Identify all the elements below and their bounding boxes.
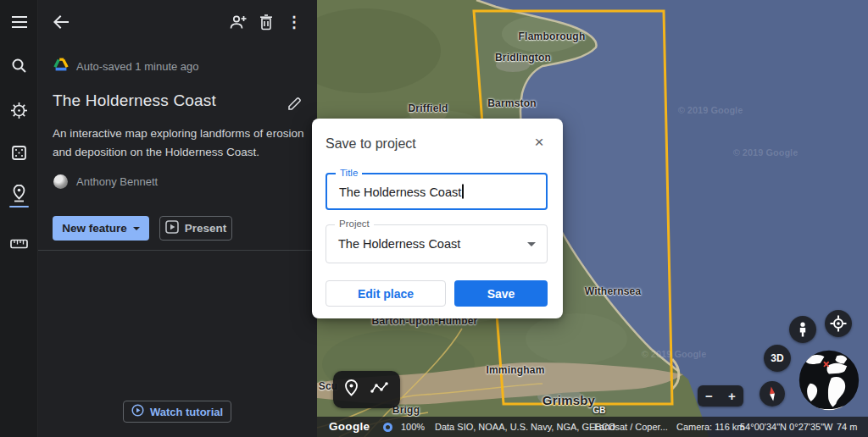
3d-label: 3D (771, 352, 783, 364)
project-panel: ⋮ Auto-saved 1 minute ago The Holderness… (38, 0, 317, 437)
terrain-elevation: 74 m (837, 417, 857, 437)
zoom-control: − + (698, 385, 743, 407)
author-row: Anthony Bennett (53, 174, 158, 189)
project-field-label: Project (335, 218, 374, 229)
globe-view-button[interactable] (798, 349, 860, 412)
title-field-value: The Holderness Coast (339, 185, 461, 199)
app-window: FlamboroughBridlingtonDriffieldBarmstonW… (0, 0, 868, 437)
dialog-title: Save to project (326, 136, 416, 152)
project-title: The Holderness Coast (53, 91, 216, 110)
share-add-person-icon[interactable] (228, 12, 248, 32)
my-location-icon[interactable] (825, 310, 852, 337)
projects-pin-icon[interactable] (0, 176, 38, 210)
draw-path-icon[interactable] (370, 381, 390, 398)
attribution-bar: Google 100% Data SIO, NOAA, U.S. Navy, N… (317, 417, 868, 437)
left-icon-rail (0, 0, 38, 437)
active-tab-indicator (9, 206, 29, 207)
measure-ruler-icon[interactable] (0, 227, 38, 261)
camera-altitude: Camera: 116 km (676, 417, 745, 437)
main-menu-button[interactable] (0, 5, 38, 39)
voyager-wheel-icon[interactable] (0, 93, 38, 127)
present-play-icon (165, 220, 179, 236)
close-icon[interactable]: × (529, 132, 549, 152)
back-arrow-button[interactable] (51, 12, 71, 32)
project-select[interactable]: Project The Holderness Coast (326, 224, 548, 263)
autosave-status-row: Auto-saved 1 minute ago (53, 58, 199, 75)
save-button[interactable]: Save (454, 280, 548, 307)
watch-tutorial-button[interactable]: Watch tutorial (123, 401, 231, 423)
panel-divider (38, 250, 317, 251)
placemark-pin-icon[interactable] (343, 379, 359, 401)
watch-tutorial-label: Watch tutorial (150, 406, 223, 418)
author-avatar (53, 174, 68, 189)
project-field-value: The Holderness Coast (338, 237, 460, 251)
pegman-button[interactable] (789, 316, 816, 343)
play-circle-icon (131, 404, 144, 419)
drive-icon (53, 58, 69, 75)
save-to-project-dialog: Save to project × Title The Holderness C… (312, 119, 563, 318)
new-feature-label: New feature (62, 222, 127, 235)
snapshot-icon[interactable] (0, 136, 38, 169)
edit-title-pencil-icon[interactable] (284, 93, 304, 113)
delete-trash-icon[interactable] (256, 12, 276, 32)
zoom-out-button[interactable]: − (698, 385, 721, 407)
dropdown-caret-icon (527, 242, 536, 246)
data-attribution: Data SIO, NOAA, U.S. Navy, NGA, GEBCO (435, 417, 615, 437)
more-options-icon[interactable]: ⋮ (284, 12, 304, 32)
present-button[interactable]: Present (159, 216, 232, 241)
compass-button[interactable] (760, 381, 785, 407)
project-description: An interactive map exploring landforms o… (53, 124, 309, 162)
zoom-percent: 100% (401, 417, 425, 437)
google-logo[interactable]: Google (329, 417, 370, 437)
caret-down-icon (133, 227, 140, 230)
camera-coordinates: 54°00'34"N 0°27'35"W (740, 417, 832, 437)
title-field-label: Title (336, 168, 362, 178)
zoom-in-button[interactable]: + (721, 385, 743, 407)
present-label: Present (185, 222, 227, 235)
draw-toolbar (333, 371, 400, 408)
title-input[interactable]: Title The Holderness Coast (326, 173, 548, 210)
text-cursor (462, 185, 464, 199)
zoom-donut-icon (383, 423, 392, 432)
imagery-attribution: Landsat / Coper... (594, 417, 668, 437)
autosave-status: Auto-saved 1 minute ago (76, 60, 199, 73)
search-icon[interactable] (0, 48, 38, 82)
3d-toggle-button[interactable]: 3D (764, 345, 791, 372)
author-name: Anthony Bennett (76, 175, 158, 188)
edit-place-button[interactable]: Edit place (326, 280, 446, 307)
new-feature-button[interactable]: New feature (53, 216, 149, 241)
